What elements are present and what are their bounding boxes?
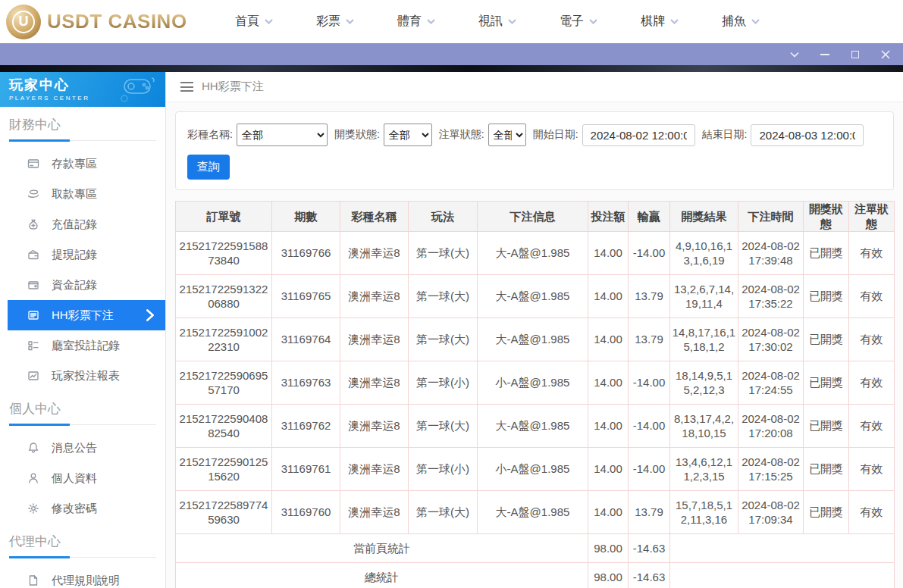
sidebar-item-announcements[interactable]: 消息公告 bbox=[8, 433, 165, 463]
nav-item-lottery[interactable]: 彩票 bbox=[316, 14, 354, 30]
table-cell: 2024-08-02 17:30:02 bbox=[738, 318, 804, 361]
chevron-down-icon bbox=[790, 52, 799, 58]
sidebar-item-label: 資金記錄 bbox=[52, 278, 97, 292]
sidebar-item-hh-lottery-bets[interactable]: HH彩票下注 bbox=[8, 300, 165, 330]
sidebar-item-agent-rules[interactable]: 代理規則說明 bbox=[8, 565, 165, 588]
chevron-down-icon bbox=[508, 19, 516, 24]
table-cell: 澳洲幸运8 bbox=[340, 361, 409, 405]
window-close-button[interactable] bbox=[880, 49, 891, 60]
sidebar-item-room-bet-records[interactable]: 廳室投註記錄 bbox=[8, 330, 165, 361]
column-header: 開獎狀態 bbox=[804, 202, 849, 232]
table-cell: 第一球(小) bbox=[409, 448, 478, 491]
summary-empty-cell bbox=[670, 563, 895, 588]
finance-menu: 存款專區 取款專區 充值記錄 提現記錄 資金記錄 HH彩票下注 bbox=[0, 144, 165, 391]
table-cell: 31169761 bbox=[272, 448, 340, 491]
nav-label: 彩票 bbox=[316, 14, 340, 30]
table-row: 215217225913220688031169765澳洲幸运8第一球(大)大-… bbox=[176, 275, 895, 318]
bet-table-header-row: 訂單號期數彩種名稱玩法下注信息投注額輸贏開獎結果下注時間開獎狀態注單狀態 bbox=[176, 202, 895, 232]
column-header: 彩種名稱 bbox=[340, 202, 409, 232]
nav-item-fishing[interactable]: 捕魚 bbox=[722, 14, 760, 30]
hamburger-menu-icon[interactable] bbox=[180, 82, 193, 92]
sidebar-item-funds-record[interactable]: 資金記錄 bbox=[8, 270, 165, 300]
column-header: 注單狀態 bbox=[849, 202, 895, 232]
end-date-label: 結束日期: bbox=[702, 128, 748, 142]
table-cell: 大-A盤@1.985 bbox=[478, 232, 588, 275]
nav-label: 視訊 bbox=[478, 14, 503, 30]
table-row: 215217225915887384031169766澳洲幸运8第一球(大)大-… bbox=[176, 232, 895, 275]
summary-winloss-total: -14.63 bbox=[629, 534, 670, 563]
brand-name: USDT CASINO bbox=[47, 10, 187, 33]
summary-row: 總統計98.00-14.63 bbox=[176, 563, 895, 588]
bet-table-wrap: 訂單號期數彩種名稱玩法下注信息投注額輸贏開獎結果下注時間開獎狀態注單狀態 215… bbox=[175, 201, 894, 588]
withdraw-hand-icon bbox=[27, 188, 39, 200]
table-cell: 有效 bbox=[849, 448, 895, 491]
bet-table: 訂單號期數彩種名稱玩法下注信息投注額輸贏開獎結果下注時間開獎狀態注單狀態 215… bbox=[175, 201, 895, 588]
sidebar-item-withdraw[interactable]: 取款專區 bbox=[8, 179, 165, 209]
money-bag-icon bbox=[27, 218, 39, 230]
deposit-card-icon bbox=[27, 158, 39, 170]
window-minimize-button[interactable] bbox=[820, 49, 830, 60]
filter-panel: 彩種名稱: 全部 開獎狀態: 全部 注單狀態: 全部 開始日期: 結束日期: bbox=[175, 111, 894, 190]
decorative-strip bbox=[0, 65, 903, 72]
table-cell: 18,14,9,5,15,2,12,3 bbox=[670, 361, 738, 405]
table-cell: 15,7,18,5,12,11,3,16 bbox=[670, 491, 738, 534]
nav-label: 棋牌 bbox=[641, 14, 665, 30]
table-cell: -14.00 bbox=[629, 405, 670, 448]
order-status-filter-label: 注單狀態: bbox=[439, 128, 484, 142]
lottery-select[interactable]: 全部 bbox=[237, 124, 328, 146]
nav-item-home[interactable]: 首頁 bbox=[235, 14, 273, 30]
table-cell: 第一球(小) bbox=[409, 361, 478, 405]
nav-item-live[interactable]: 視訊 bbox=[478, 14, 516, 30]
window-titlebar bbox=[0, 43, 903, 65]
wallet-out-icon bbox=[27, 249, 39, 261]
table-cell: -14.00 bbox=[629, 232, 670, 275]
table-cell: 14.00 bbox=[588, 361, 629, 405]
sidebar-item-label: 廳室投註記錄 bbox=[52, 339, 120, 353]
search-button[interactable]: 查詢 bbox=[187, 155, 230, 180]
order-status-select[interactable]: 全部 bbox=[488, 124, 526, 146]
table-cell: 第一球(大) bbox=[409, 232, 478, 275]
table-cell: 2024-08-02 17:20:08 bbox=[738, 405, 804, 448]
table-row: 215217225901251562031169761澳洲幸运8第一球(小)小-… bbox=[176, 448, 895, 491]
section-title: 個人中心 bbox=[9, 400, 156, 425]
nav-item-sports[interactable]: 體育 bbox=[397, 14, 435, 30]
agent-menu: 代理規則說明 bbox=[0, 561, 165, 588]
main-area: HH彩票下注 彩種名稱: 全部 開獎狀態: 全部 注單狀態: 全部 bbox=[166, 72, 903, 588]
chevron-down-icon bbox=[346, 19, 354, 24]
table-cell: 澳洲幸运8 bbox=[340, 318, 409, 361]
sidebar-item-profile[interactable]: 個人資料 bbox=[8, 463, 165, 493]
nav-item-slots[interactable]: 電子 bbox=[560, 14, 597, 30]
summary-row: 當前頁統計98.00-14.63 bbox=[176, 534, 895, 563]
table-cell: 澳洲幸运8 bbox=[340, 491, 409, 534]
nav-label: 電子 bbox=[560, 14, 584, 30]
nav-item-boardgames[interactable]: 棋牌 bbox=[641, 14, 679, 30]
summary-winloss-total: -14.63 bbox=[629, 563, 670, 588]
table-cell: 已開獎 bbox=[804, 232, 849, 275]
sidebar-item-withdrawal-record[interactable]: 提現記錄 bbox=[8, 239, 165, 270]
column-header: 期數 bbox=[272, 202, 340, 232]
sidebar-item-label: 充值記錄 bbox=[52, 217, 97, 232]
brand-logo[interactable]: U USDT CASINO bbox=[0, 5, 199, 39]
window-dropdown-button[interactable] bbox=[789, 49, 800, 60]
window-maximize-button[interactable] bbox=[850, 49, 861, 60]
chevron-down-icon bbox=[427, 19, 435, 24]
column-header: 訂單號 bbox=[176, 202, 272, 232]
table-cell: 已開獎 bbox=[804, 275, 849, 318]
summary-label: 總統計 bbox=[176, 563, 588, 588]
table-cell: 2024-08-02 17:35:22 bbox=[738, 275, 804, 318]
main-topbar: HH彩票下注 bbox=[166, 72, 903, 102]
summary-bet-total: 98.00 bbox=[588, 534, 629, 563]
sidebar-item-label: 消息公告 bbox=[52, 441, 97, 455]
table-row: 215217225906955717031169763澳洲幸运8第一球(小)小-… bbox=[176, 361, 895, 405]
sidebar-item-deposit[interactable]: 存款專區 bbox=[8, 149, 165, 179]
sidebar-item-topup-record[interactable]: 充值記錄 bbox=[8, 209, 165, 239]
table-cell: 2152172259069557170 bbox=[176, 361, 272, 405]
personal-menu: 消息公告 個人資料 修改密碼 bbox=[0, 428, 165, 524]
end-date-input[interactable] bbox=[751, 124, 864, 146]
start-date-input[interactable] bbox=[582, 124, 695, 146]
sidebar-header: 玩家中心 PLAYERS CENTER bbox=[0, 72, 165, 107]
draw-status-select[interactable]: 全部 bbox=[384, 124, 432, 146]
sidebar-item-player-bet-report[interactable]: 玩家投注報表 bbox=[8, 361, 165, 391]
table-cell: 31169760 bbox=[272, 491, 340, 534]
sidebar-item-change-password[interactable]: 修改密碼 bbox=[8, 493, 165, 524]
